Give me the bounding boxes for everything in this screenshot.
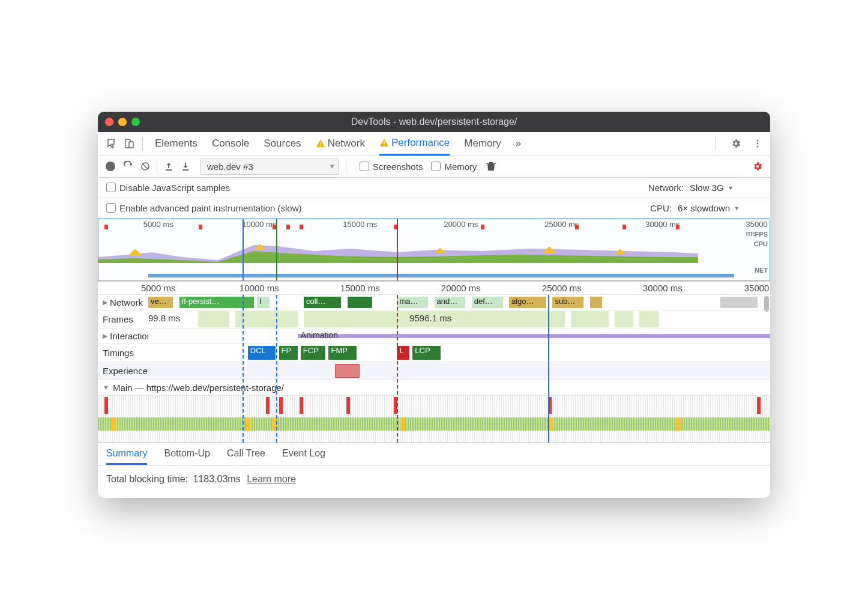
- tab-console[interactable]: Console: [212, 132, 249, 156]
- tabs-container: Elements Console Sources Network Perform…: [155, 132, 711, 156]
- timeline-ruler[interactable]: 5000 ms 10000 ms 15000 ms 20000 ms 25000…: [98, 282, 770, 295]
- recording-select[interactable]: web.dev #3: [200, 159, 339, 175]
- window-title: DevTools - web.dev/persistent-storage/: [98, 117, 770, 127]
- network-segment[interactable]: sub…: [552, 297, 583, 308]
- device-toggle-icon[interactable]: [121, 135, 137, 152]
- long-task-stripe: [300, 397, 303, 414]
- disable-js-samples-checkbox[interactable]: Disable JavaScript samples: [106, 183, 230, 193]
- advanced-paint-label: Enable advanced paint instrumentation (s…: [119, 203, 302, 213]
- memory-label: Memory: [444, 162, 477, 172]
- network-segment[interactable]: [348, 297, 372, 308]
- long-task-stripe: [104, 397, 108, 414]
- learn-more-link[interactable]: Learn more: [247, 474, 296, 484]
- interactions-segment-label: Animation: [301, 330, 338, 340]
- frames-track[interactable]: Frames 99.8 ms 9596.1 ms: [98, 311, 770, 329]
- trash-icon[interactable]: [484, 160, 498, 173]
- summary-panel: Total blocking time: 1183.03ms Learn mor…: [98, 465, 770, 498]
- advanced-paint-checkbox[interactable]: Enable advanced paint instrumentation (s…: [106, 203, 302, 213]
- network-throttle-select[interactable]: Slow 3G: [690, 183, 762, 193]
- expand-icon[interactable]: ▶: [103, 298, 107, 306]
- svg-rect-1: [129, 142, 133, 148]
- tab-network[interactable]: Network: [316, 132, 365, 156]
- frame-segment[interactable]: [571, 311, 608, 327]
- long-task-stripe: [548, 397, 552, 414]
- tab-performance[interactable]: Performance: [379, 132, 450, 156]
- network-segment[interactable]: ff-persist…: [179, 297, 254, 308]
- inspect-element-icon[interactable]: [104, 135, 121, 152]
- network-segment[interactable]: [590, 297, 603, 308]
- tab-memory[interactable]: Memory: [464, 132, 501, 156]
- screenshots-checkbox-row[interactable]: Screenshots: [360, 162, 423, 172]
- tab-sources[interactable]: Sources: [264, 132, 301, 156]
- flame-slice: [548, 417, 553, 431]
- expand-icon[interactable]: ▶: [103, 332, 107, 340]
- detail-tab-bottom-up[interactable]: Bottom-Up: [164, 448, 209, 465]
- lcp-badge[interactable]: LCP: [412, 346, 441, 360]
- screenshots-label: Screenshots: [373, 162, 423, 172]
- detail-tab-summary[interactable]: Summary: [106, 448, 147, 465]
- tab-elements[interactable]: Elements: [155, 132, 197, 156]
- detail-tab-strip: Summary Bottom-Up Call Tree Event Log: [98, 443, 770, 465]
- frame-segment[interactable]: [235, 311, 298, 327]
- flame-slice: [400, 417, 405, 431]
- tbt-value: 1183.03ms: [193, 474, 241, 484]
- network-track[interactable]: ▶ Network ve… ff-persist… l coll… ma… an…: [98, 295, 770, 311]
- dcl-badge[interactable]: DCL: [248, 346, 276, 360]
- network-segment[interactable]: ma…: [397, 297, 428, 308]
- memory-checkbox-row[interactable]: Memory: [431, 162, 477, 172]
- interactions-segment[interactable]: [298, 334, 770, 338]
- fp-badge[interactable]: FP: [279, 346, 298, 360]
- upload-profile-icon[interactable]: [162, 160, 175, 173]
- interactions-track[interactable]: ▶ Interactions Animation: [98, 329, 770, 344]
- network-segment[interactable]: coll…: [304, 297, 341, 308]
- frame-segment[interactable]: [639, 311, 658, 327]
- l-badge[interactable]: L: [397, 346, 409, 360]
- network-segment[interactable]: [720, 297, 758, 308]
- settings-row-2: Enable advanced paint instrumentation (s…: [98, 198, 770, 219]
- experience-track-label: Experience: [98, 362, 148, 380]
- network-segment[interactable]: and…: [435, 297, 466, 308]
- tab-strip-right: [711, 137, 764, 150]
- long-task-stripe: [757, 397, 761, 414]
- svg-point-2: [757, 140, 759, 142]
- reload-record-icon[interactable]: [122, 160, 135, 173]
- clear-icon[interactable]: [139, 160, 152, 173]
- network-segment[interactable]: ve…: [148, 297, 173, 308]
- fmp-badge[interactable]: FMP: [328, 346, 357, 360]
- flame-slice: [111, 417, 116, 431]
- overview-panel[interactable]: 5000 ms 10000 ms 15000 ms 20000 ms 25000…: [98, 219, 770, 282]
- kebab-menu-icon[interactable]: [751, 137, 764, 150]
- checkbox-icon: [431, 162, 441, 171]
- cpu-throttle-select[interactable]: 6× slowdown: [678, 203, 762, 213]
- flame-chart[interactable]: [98, 396, 770, 443]
- detail-tab-event-log[interactable]: Event Log: [282, 448, 325, 465]
- tab-network-label: Network: [328, 138, 365, 150]
- frame-duration: 9596.1 ms: [409, 313, 451, 323]
- settings-gear-icon[interactable]: [729, 137, 743, 150]
- main-track-header[interactable]: ▼ Main — https://web.dev/persistent-stor…: [98, 380, 770, 396]
- overflow-tabs-icon[interactable]: »: [516, 132, 521, 156]
- flame-row: [98, 417, 770, 431]
- collapse-icon[interactable]: ▼: [103, 384, 109, 391]
- svg-line-6: [143, 164, 148, 169]
- record-button[interactable]: [104, 160, 117, 173]
- fcp-badge[interactable]: FCP: [301, 346, 325, 360]
- detail-tab-call-tree[interactable]: Call Tree: [227, 448, 265, 465]
- overview-selection[interactable]: [98, 219, 770, 281]
- experience-track[interactable]: Experience: [98, 362, 770, 380]
- long-task-stripe: [394, 397, 397, 414]
- svg-point-4: [757, 146, 759, 148]
- main-track-label: Main — https://web.dev/persistent-storag…: [113, 383, 284, 393]
- download-profile-icon[interactable]: [179, 160, 192, 173]
- network-segment[interactable]: l: [257, 297, 270, 308]
- frame-segment[interactable]: [615, 311, 633, 327]
- separator: [142, 137, 143, 150]
- frame-segment[interactable]: [198, 311, 229, 327]
- tracks-area: ▶ Network ve… ff-persist… l coll… ma… an…: [98, 295, 770, 443]
- capture-settings-icon[interactable]: [751, 160, 764, 173]
- network-segment[interactable]: algo…: [509, 297, 546, 308]
- network-segment[interactable]: def…: [472, 297, 503, 308]
- layout-shift-segment[interactable]: [335, 364, 360, 378]
- tbt-label: Total blocking time:: [106, 474, 188, 484]
- timings-track[interactable]: Timings DCL FP FCP FMP L LCP: [98, 344, 770, 362]
